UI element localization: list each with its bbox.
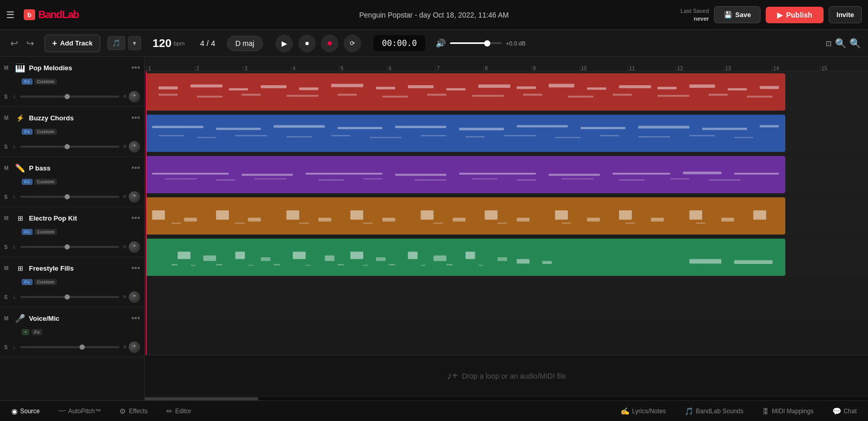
- midi-block-pop-melodies[interactable]: [146, 73, 785, 111]
- tab-editor[interactable]: ✏ Editor: [162, 405, 195, 417]
- ruler-mark-4: 4: [291, 57, 339, 71]
- badge-fx-buzzy-chords[interactable]: Fx: [22, 129, 33, 135]
- key-signature-button[interactable]: D maj: [227, 36, 264, 51]
- volume-knob-p-bass[interactable]: [129, 191, 140, 202]
- volume-knob-pop-melodies[interactable]: [129, 91, 140, 102]
- publish-button[interactable]: ▶ Publish: [766, 7, 824, 23]
- track-more-p-bass[interactable]: •••: [131, 163, 140, 173]
- svg-rect-132: [689, 259, 721, 264]
- badge-fx-voice-mic[interactable]: +: [22, 329, 29, 335]
- pan-slider-pop-melodies[interactable]: [20, 96, 119, 98]
- volume-knob-voice-mic[interactable]: [129, 341, 140, 353]
- ruler-mark-15: 15: [820, 57, 868, 71]
- badge-custom-voice-mic[interactable]: Fx: [32, 329, 42, 335]
- svg-rect-26: [523, 94, 542, 96]
- lane-freestyle-fills[interactable]: [145, 237, 868, 278]
- undo-button[interactable]: ↩: [7, 36, 21, 51]
- midi-block-buzzy-chords[interactable]: [146, 115, 785, 152]
- volume-slider[interactable]: [450, 42, 502, 44]
- track-solo-electro-pop-kit[interactable]: S: [4, 244, 11, 250]
- midi-block-electro-pop-kit[interactable]: [146, 197, 785, 235]
- badge-custom-electro-pop-kit[interactable]: Custom: [35, 229, 57, 235]
- save-button[interactable]: 💾 Save: [714, 6, 761, 23]
- lane-voice-mic[interactable]: [145, 278, 868, 319]
- track-solo-p-bass[interactable]: S: [4, 194, 11, 200]
- midi-block-p-bass[interactable]: [146, 156, 785, 193]
- track-more-electro-pop-kit[interactable]: •••: [131, 213, 140, 223]
- tab-autopitch[interactable]: 〰 AutoPitch™: [54, 405, 105, 417]
- volume-knob-buzzy-chords[interactable]: [129, 141, 140, 152]
- tab-lyrics-notes[interactable]: ✍ Lyrics/Notes: [616, 405, 670, 417]
- svg-rect-27: [568, 96, 594, 98]
- svg-rect-76: [670, 178, 689, 179]
- stop-button[interactable]: ■: [298, 35, 316, 52]
- lane-electro-pop-kit[interactable]: [145, 195, 868, 237]
- tab-midi-mappings[interactable]: 🎛 MIDI Mappings: [758, 405, 818, 417]
- fit-zoom-button[interactable]: ⊡: [826, 39, 832, 48]
- drop-zone[interactable]: ♪+ Drop a loop or an audio/MIDI file: [145, 355, 868, 396]
- badge-custom-pop-melodies[interactable]: Custom: [35, 79, 57, 85]
- badge-custom-freestyle-fills[interactable]: Custom: [35, 279, 57, 285]
- track-solo-buzzy-chords[interactable]: S: [4, 144, 11, 150]
- effects-icon: ⚙: [119, 407, 126, 415]
- tab-chat[interactable]: 💬 Chat: [828, 405, 861, 417]
- badge-fx-electro-pop-kit[interactable]: Fx: [22, 229, 33, 235]
- add-track-button[interactable]: + Add Track: [44, 35, 100, 52]
- badge-custom-p-bass[interactable]: Custom: [35, 179, 57, 185]
- pan-slider-freestyle-fills[interactable]: [20, 296, 119, 298]
- svg-rect-66: [165, 178, 197, 179]
- tracks-canvas[interactable]: [145, 71, 868, 355]
- track-more-freestyle-fills[interactable]: •••: [131, 263, 140, 273]
- tempo-section: 120 bpm: [152, 37, 184, 50]
- track-solo-pop-melodies[interactable]: S: [4, 94, 11, 100]
- lane-pop-melodies[interactable]: [145, 71, 868, 113]
- lane-buzzy-chords[interactable]: [145, 113, 868, 154]
- lyrics-icon: ✍: [621, 407, 629, 415]
- lane-p-bass[interactable]: [145, 154, 868, 195]
- svg-rect-95: [721, 218, 734, 222]
- track-solo-voice-mic[interactable]: S: [4, 345, 11, 350]
- track-mute-pop-melodies[interactable]: M: [4, 65, 11, 71]
- time-signature[interactable]: 4 / 4: [200, 39, 215, 48]
- volume-knob-electro-pop-kit[interactable]: [129, 241, 140, 253]
- record-button[interactable]: ●: [321, 35, 338, 52]
- play-button[interactable]: ▶: [275, 35, 293, 52]
- svg-rect-2: [229, 88, 248, 90]
- badge-fx-pop-melodies[interactable]: Fx: [22, 79, 33, 85]
- badge-custom-buzzy-chords[interactable]: Custom: [35, 129, 57, 135]
- volume-knob-freestyle-fills[interactable]: [129, 291, 140, 303]
- tab-bandlab-sounds[interactable]: 🎵 BandLab Sounds: [680, 405, 748, 417]
- track-mute-p-bass[interactable]: M: [4, 165, 11, 171]
- track-more-voice-mic[interactable]: •••: [131, 314, 140, 323]
- add-track-label: Add Track: [60, 39, 92, 47]
- pan-slider-p-bass[interactable]: [20, 196, 119, 198]
- badge-fx-p-bass[interactable]: Fx: [22, 179, 33, 185]
- loop-button[interactable]: ⟳: [344, 35, 361, 52]
- horizontal-scrollbar[interactable]: [145, 396, 868, 400]
- badge-fx-freestyle-fills[interactable]: Fx: [22, 279, 33, 285]
- tab-source[interactable]: ◉ Source: [7, 405, 44, 417]
- view-mode-button[interactable]: 🎵: [107, 36, 125, 50]
- track-solo-freestyle-fills[interactable]: S: [4, 294, 11, 300]
- zoom-out-button[interactable]: 🔍: [835, 38, 846, 49]
- pan-slider-buzzy-chords[interactable]: [20, 146, 119, 148]
- track-mute-voice-mic[interactable]: M: [4, 316, 11, 321]
- track-mute-buzzy-chords[interactable]: M: [4, 115, 11, 121]
- redo-button[interactable]: ↪: [23, 36, 37, 51]
- midi-block-freestyle-fills[interactable]: [146, 239, 785, 276]
- svg-rect-69: [318, 179, 344, 180]
- tab-effects[interactable]: ⚙ Effects: [115, 405, 151, 417]
- pan-slider-electro-pop-kit[interactable]: [20, 246, 119, 248]
- pan-slider-voice-mic[interactable]: [20, 346, 119, 348]
- menu-icon[interactable]: ☰: [6, 9, 19, 21]
- track-more-pop-melodies[interactable]: •••: [131, 63, 140, 72]
- tab-chat-label: Chat: [844, 408, 857, 415]
- track-mute-freestyle-fills[interactable]: M: [4, 266, 11, 271]
- zoom-in-button[interactable]: 🔍: [849, 38, 861, 49]
- view-toggle-button[interactable]: ▾: [128, 36, 141, 50]
- track-more-buzzy-chords[interactable]: •••: [131, 113, 140, 122]
- svg-rect-108: [235, 252, 245, 259]
- tempo-value: 120: [152, 37, 172, 50]
- invite-button[interactable]: Invite: [829, 6, 862, 23]
- track-mute-electro-pop-kit[interactable]: M: [4, 215, 11, 221]
